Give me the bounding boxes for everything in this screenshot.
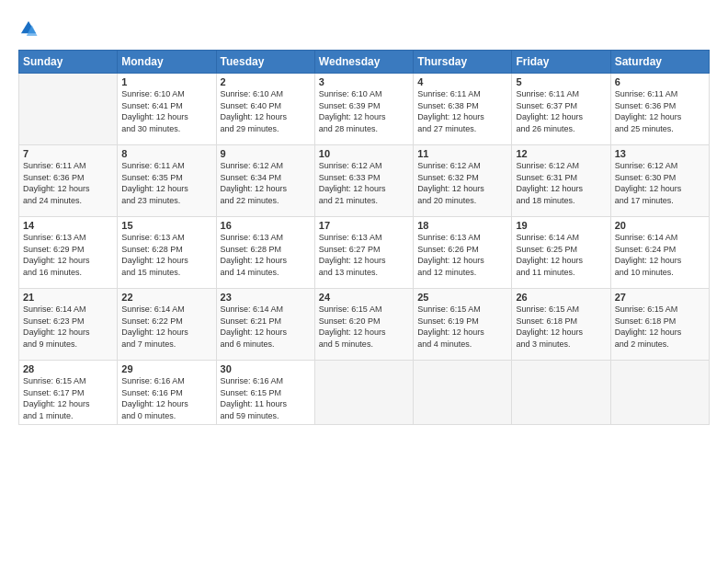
calendar-cell: 8Sunrise: 6:11 AMSunset: 6:35 PMDaylight… <box>118 145 216 217</box>
calendar-cell: 14Sunrise: 6:13 AMSunset: 6:29 PMDayligh… <box>19 217 118 289</box>
calendar-cell: 11Sunrise: 6:12 AMSunset: 6:32 PMDayligh… <box>414 145 512 217</box>
day-info: Sunrise: 6:13 AMSunset: 6:28 PMDaylight:… <box>121 232 211 278</box>
day-info: Sunrise: 6:15 AMSunset: 6:19 PMDaylight:… <box>417 304 507 350</box>
day-info: Sunrise: 6:10 AMSunset: 6:39 PMDaylight:… <box>319 88 409 134</box>
day-number: 1 <box>121 76 211 87</box>
day-info: Sunrise: 6:11 AMSunset: 6:36 PMDaylight:… <box>615 88 705 134</box>
calendar-cell <box>19 74 118 145</box>
calendar-cell <box>414 361 512 425</box>
day-info: Sunrise: 6:11 AMSunset: 6:35 PMDaylight:… <box>121 160 211 206</box>
calendar-cell: 3Sunrise: 6:10 AMSunset: 6:39 PMDaylight… <box>314 74 413 145</box>
calendar-table: SundayMondayTuesdayWednesdayThursdayFrid… <box>18 50 710 425</box>
day-info: Sunrise: 6:12 AMSunset: 6:32 PMDaylight:… <box>417 160 507 206</box>
day-number: 25 <box>417 292 507 303</box>
day-number: 19 <box>516 220 606 231</box>
day-info: Sunrise: 6:11 AMSunset: 6:37 PMDaylight:… <box>516 88 606 134</box>
logo <box>18 17 40 39</box>
day-number: 29 <box>121 363 211 374</box>
day-info: Sunrise: 6:12 AMSunset: 6:30 PMDaylight:… <box>615 160 705 206</box>
day-info: Sunrise: 6:15 AMSunset: 6:20 PMDaylight:… <box>319 304 409 350</box>
calendar-cell: 9Sunrise: 6:12 AMSunset: 6:34 PMDaylight… <box>216 145 314 217</box>
day-number: 18 <box>417 220 507 231</box>
day-info: Sunrise: 6:16 AMSunset: 6:15 PMDaylight:… <box>221 375 311 421</box>
day-info: Sunrise: 6:11 AMSunset: 6:38 PMDaylight:… <box>417 88 507 134</box>
day-number: 23 <box>221 292 311 303</box>
day-info: Sunrise: 6:14 AMSunset: 6:24 PMDaylight:… <box>615 232 705 278</box>
week-row-2: 7Sunrise: 6:11 AMSunset: 6:36 PMDaylight… <box>19 145 710 217</box>
day-info: Sunrise: 6:16 AMSunset: 6:16 PMDaylight:… <box>121 375 211 421</box>
calendar-cell: 27Sunrise: 6:15 AMSunset: 6:18 PMDayligh… <box>610 289 709 361</box>
day-info: Sunrise: 6:14 AMSunset: 6:25 PMDaylight:… <box>516 232 606 278</box>
calendar-cell: 22Sunrise: 6:14 AMSunset: 6:22 PMDayligh… <box>118 289 216 361</box>
day-number: 24 <box>319 292 409 303</box>
day-number: 13 <box>615 148 705 159</box>
day-header-saturday: Saturday <box>610 51 709 74</box>
calendar-cell: 16Sunrise: 6:13 AMSunset: 6:28 PMDayligh… <box>216 217 314 289</box>
calendar-cell: 23Sunrise: 6:14 AMSunset: 6:21 PMDayligh… <box>216 289 314 361</box>
day-info: Sunrise: 6:14 AMSunset: 6:21 PMDaylight:… <box>221 304 311 350</box>
header <box>18 17 710 39</box>
calendar-cell: 19Sunrise: 6:14 AMSunset: 6:25 PMDayligh… <box>512 217 610 289</box>
day-number: 21 <box>23 292 113 303</box>
calendar-cell: 10Sunrise: 6:12 AMSunset: 6:33 PMDayligh… <box>314 145 413 217</box>
day-number: 12 <box>516 148 606 159</box>
day-info: Sunrise: 6:10 AMSunset: 6:41 PMDaylight:… <box>121 88 211 134</box>
day-info: Sunrise: 6:10 AMSunset: 6:40 PMDaylight:… <box>221 88 311 134</box>
logo-icon <box>18 18 39 39</box>
calendar-cell: 2Sunrise: 6:10 AMSunset: 6:40 PMDaylight… <box>216 74 314 145</box>
calendar-cell: 15Sunrise: 6:13 AMSunset: 6:28 PMDayligh… <box>118 217 216 289</box>
day-header-sunday: Sunday <box>19 51 118 74</box>
day-number: 6 <box>615 76 705 87</box>
calendar-cell: 18Sunrise: 6:13 AMSunset: 6:26 PMDayligh… <box>414 217 512 289</box>
page: SundayMondayTuesdayWednesdayThursdayFrid… <box>0 0 728 563</box>
calendar-cell <box>512 361 610 425</box>
calendar-cell: 4Sunrise: 6:11 AMSunset: 6:38 PMDaylight… <box>414 74 512 145</box>
day-info: Sunrise: 6:15 AMSunset: 6:18 PMDaylight:… <box>516 304 606 350</box>
calendar-cell: 17Sunrise: 6:13 AMSunset: 6:27 PMDayligh… <box>314 217 413 289</box>
calendar-cell: 13Sunrise: 6:12 AMSunset: 6:30 PMDayligh… <box>610 145 709 217</box>
day-info: Sunrise: 6:15 AMSunset: 6:18 PMDaylight:… <box>615 304 705 350</box>
day-number: 11 <box>417 148 507 159</box>
day-info: Sunrise: 6:15 AMSunset: 6:17 PMDaylight:… <box>23 375 113 421</box>
day-info: Sunrise: 6:12 AMSunset: 6:33 PMDaylight:… <box>319 160 409 206</box>
calendar-cell: 25Sunrise: 6:15 AMSunset: 6:19 PMDayligh… <box>414 289 512 361</box>
calendar-cell: 5Sunrise: 6:11 AMSunset: 6:37 PMDaylight… <box>512 74 610 145</box>
day-number: 30 <box>221 363 311 374</box>
day-number: 2 <box>221 76 311 87</box>
week-row-3: 14Sunrise: 6:13 AMSunset: 6:29 PMDayligh… <box>19 217 710 289</box>
day-number: 26 <box>516 292 606 303</box>
day-number: 3 <box>319 76 409 87</box>
day-number: 28 <box>23 363 113 374</box>
day-number: 8 <box>121 148 211 159</box>
day-info: Sunrise: 6:11 AMSunset: 6:36 PMDaylight:… <box>23 160 113 206</box>
calendar-cell: 28Sunrise: 6:15 AMSunset: 6:17 PMDayligh… <box>19 361 118 425</box>
day-info: Sunrise: 6:14 AMSunset: 6:22 PMDaylight:… <box>121 304 211 350</box>
week-row-4: 21Sunrise: 6:14 AMSunset: 6:23 PMDayligh… <box>19 289 710 361</box>
day-number: 27 <box>615 292 705 303</box>
day-info: Sunrise: 6:12 AMSunset: 6:31 PMDaylight:… <box>516 160 606 206</box>
day-number: 17 <box>319 220 409 231</box>
week-row-1: 1Sunrise: 6:10 AMSunset: 6:41 PMDaylight… <box>19 74 710 145</box>
day-header-tuesday: Tuesday <box>216 51 314 74</box>
day-number: 9 <box>221 148 311 159</box>
header-row: SundayMondayTuesdayWednesdayThursdayFrid… <box>19 51 710 74</box>
calendar-cell <box>610 361 709 425</box>
calendar-cell: 12Sunrise: 6:12 AMSunset: 6:31 PMDayligh… <box>512 145 610 217</box>
calendar-cell <box>314 361 413 425</box>
day-info: Sunrise: 6:13 AMSunset: 6:29 PMDaylight:… <box>23 232 113 278</box>
day-number: 10 <box>319 148 409 159</box>
calendar-cell: 21Sunrise: 6:14 AMSunset: 6:23 PMDayligh… <box>19 289 118 361</box>
day-header-thursday: Thursday <box>414 51 512 74</box>
day-info: Sunrise: 6:12 AMSunset: 6:34 PMDaylight:… <box>221 160 311 206</box>
day-header-wednesday: Wednesday <box>314 51 413 74</box>
day-number: 15 <box>121 220 211 231</box>
calendar-cell: 20Sunrise: 6:14 AMSunset: 6:24 PMDayligh… <box>610 217 709 289</box>
calendar-cell: 29Sunrise: 6:16 AMSunset: 6:16 PMDayligh… <box>118 361 216 425</box>
day-info: Sunrise: 6:13 AMSunset: 6:27 PMDaylight:… <box>319 232 409 278</box>
day-number: 4 <box>417 76 507 87</box>
day-number: 22 <box>121 292 211 303</box>
calendar-cell: 24Sunrise: 6:15 AMSunset: 6:20 PMDayligh… <box>314 289 413 361</box>
day-number: 14 <box>23 220 113 231</box>
day-number: 5 <box>516 76 606 87</box>
calendar-cell: 30Sunrise: 6:16 AMSunset: 6:15 PMDayligh… <box>216 361 314 425</box>
